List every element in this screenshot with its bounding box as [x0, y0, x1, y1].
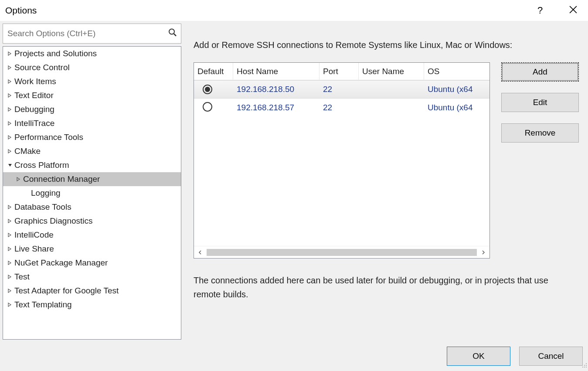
horizontal-scrollbar[interactable] [194, 246, 489, 258]
add-button[interactable]: Add [501, 62, 579, 82]
chevron-right-icon[interactable] [7, 51, 13, 56]
tree-item[interactable]: Live Share [3, 242, 181, 256]
svg-point-6 [586, 365, 587, 366]
chevron-right-icon[interactable] [7, 121, 13, 126]
right-panel: Add or Remove SSH connections to Remote … [194, 24, 585, 340]
tree-item[interactable]: Graphics Diagnostics [3, 214, 181, 228]
tree-item-label: NuGet Package Manager [14, 258, 108, 268]
chevron-right-icon[interactable] [7, 233, 13, 237]
tree-item-label: Graphics Diagnostics [14, 216, 93, 226]
svg-line-3 [174, 34, 176, 36]
help-icon[interactable]: ? [531, 5, 549, 16]
ok-button[interactable]: OK [447, 347, 510, 366]
svg-point-7 [582, 367, 583, 368]
table-row[interactable]: 192.168.218.5022Ubuntu (x64 [194, 80, 489, 99]
tree-item[interactable]: Source Control [3, 61, 181, 75]
tree-item-label: Performance Tools [14, 133, 83, 142]
chevron-right-icon[interactable] [7, 219, 13, 223]
chevron-right-icon[interactable] [7, 149, 13, 153]
search-input[interactable] [3, 24, 181, 44]
edit-button[interactable]: Edit [501, 93, 579, 112]
scroll-right-icon[interactable] [477, 246, 489, 259]
tree-item[interactable]: Text Editor [3, 88, 181, 102]
chevron-right-icon[interactable] [7, 107, 13, 112]
tree-item-label: Text Templating [14, 300, 72, 310]
svg-point-8 [584, 367, 585, 368]
tree-item[interactable]: Test [3, 270, 181, 284]
tree-item-label: Source Control [14, 63, 70, 72]
scroll-left-icon[interactable] [194, 246, 206, 259]
tree-item-label: Test [14, 272, 30, 282]
tree-item-label: Connection Manager [23, 174, 100, 184]
tree-item[interactable]: Projects and Solutions [3, 47, 181, 61]
col-user[interactable]: User Name [359, 63, 424, 80]
left-panel: Projects and SolutionsSource ControlWork… [3, 24, 181, 340]
chevron-right-icon[interactable] [7, 135, 13, 140]
remove-button[interactable]: Remove [501, 123, 579, 143]
svg-point-2 [169, 29, 174, 34]
tree-item-label: Cross Platform [14, 160, 69, 170]
chevron-right-icon[interactable] [7, 79, 13, 84]
tree-item-label: Projects and Solutions [14, 49, 97, 58]
tree-item-label: Database Tools [14, 202, 71, 212]
tree-item-label: Text Editor [14, 91, 54, 100]
tree-item[interactable]: IntelliTrace [3, 116, 181, 130]
chevron-right-icon[interactable] [7, 205, 13, 209]
col-os[interactable]: OS [424, 63, 489, 80]
tree-item[interactable]: Database Tools [3, 200, 181, 214]
cell-os: Ubuntu (x64 [424, 85, 489, 94]
tree-item[interactable]: Connection Manager [3, 172, 181, 186]
cell-os: Ubuntu (x64 [424, 103, 489, 112]
default-radio[interactable] [194, 102, 233, 114]
cell-port: 22 [319, 103, 359, 112]
tree-item[interactable]: Work Items [3, 75, 181, 88]
cell-port: 22 [319, 85, 359, 94]
panel-description: Add or Remove SSH connections to Remote … [194, 40, 585, 50]
cancel-button[interactable]: Cancel [519, 347, 583, 366]
tree-item[interactable]: Logging [3, 186, 181, 200]
tree-item[interactable]: CMake [3, 144, 181, 158]
chevron-right-icon[interactable] [15, 177, 21, 181]
titlebar: Options ? [0, 0, 588, 21]
tree-item-label: Work Items [14, 77, 56, 86]
tree-item-label: Logging [31, 188, 61, 198]
chevron-right-icon[interactable] [7, 289, 13, 293]
tree-item-label: Live Share [14, 244, 54, 254]
chevron-right-icon[interactable] [7, 65, 13, 70]
svg-point-4 [586, 363, 587, 364]
chevron-right-icon[interactable] [7, 261, 13, 265]
tree-item[interactable]: Text Templating [3, 298, 181, 312]
svg-point-9 [586, 367, 587, 368]
connections-table: Default Host Name Port User Name OS 192.… [194, 62, 490, 259]
cell-host: 192.168.218.57 [233, 103, 319, 112]
search-icon[interactable] [168, 28, 177, 39]
tree-item[interactable]: Test Adapter for Google Test [3, 284, 181, 298]
tree-item[interactable]: Cross Platform [3, 158, 181, 172]
table-row[interactable]: 192.168.218.5722Ubuntu (x64 [194, 99, 489, 117]
tree-item[interactable]: Debugging [3, 102, 181, 116]
col-port[interactable]: Port [319, 63, 359, 80]
tree-item[interactable]: NuGet Package Manager [3, 256, 181, 270]
close-icon[interactable] [564, 5, 582, 16]
tree-item-label: Debugging [14, 105, 54, 114]
window-title: Options [5, 5, 37, 16]
tree-item-label: CMake [14, 146, 41, 156]
chevron-down-icon[interactable] [7, 163, 13, 167]
default-radio[interactable] [194, 85, 233, 94]
panel-help-text: The connections added here can be used l… [194, 273, 551, 301]
chevron-right-icon[interactable] [7, 303, 13, 307]
cell-host: 192.168.218.50 [233, 85, 319, 94]
tree-item-label: IntelliTrace [14, 119, 54, 128]
col-host[interactable]: Host Name [233, 63, 319, 80]
chevron-right-icon[interactable] [7, 93, 13, 98]
tree-item-label: IntelliCode [14, 230, 54, 240]
chevron-right-icon[interactable] [7, 275, 13, 279]
resize-grip-icon[interactable] [581, 361, 587, 370]
tree-item[interactable]: IntelliCode [3, 228, 181, 242]
chevron-right-icon[interactable] [7, 247, 13, 251]
options-tree: Projects and SolutionsSource ControlWork… [3, 46, 181, 340]
tree-item-label: Test Adapter for Google Test [14, 286, 119, 296]
tree-item[interactable]: Performance Tools [3, 130, 181, 144]
svg-point-5 [584, 365, 585, 366]
col-default[interactable]: Default [194, 63, 233, 80]
